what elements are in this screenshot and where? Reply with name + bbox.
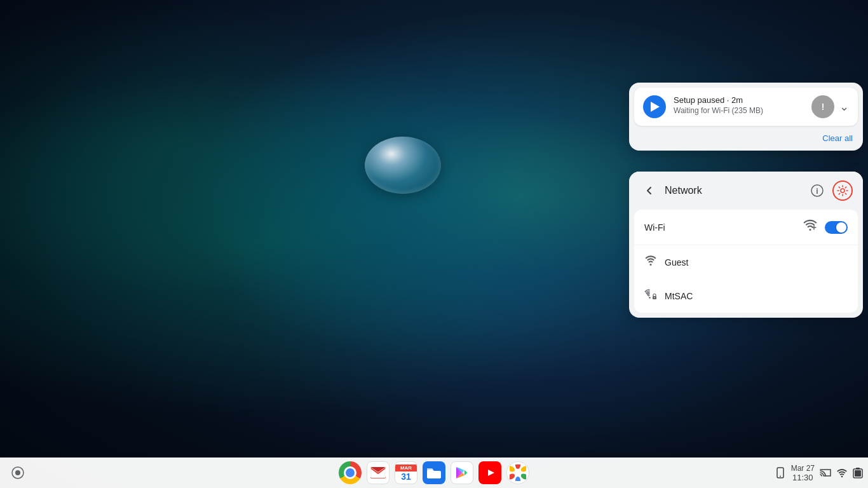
svg-marker-0 (651, 102, 660, 112)
notif-content: Setup paused · 2m Waiting for Wi-Fi (235… (674, 95, 804, 115)
calendar-icon: MAR 31 (395, 461, 417, 484)
wifi-toggle[interactable] (825, 221, 848, 234)
cast-icon[interactable] (820, 468, 831, 478)
wifi-add-icon[interactable] (803, 219, 817, 236)
taskbar-left (5, 460, 31, 485)
svg-point-20 (520, 473, 526, 481)
network-name-mtsac: MtSAC (665, 291, 848, 301)
gmail-app-button[interactable] (365, 460, 391, 485)
svg-point-10 (649, 297, 651, 299)
playstore-app-button[interactable] (449, 460, 475, 485)
network-header: Network i (629, 172, 863, 210)
svg-point-24 (515, 470, 520, 475)
svg-point-5 (841, 189, 844, 193)
svg-point-19 (520, 465, 526, 473)
notification-panel: Setup paused · 2m Waiting for Wi-Fi (235… (629, 83, 863, 151)
svg-point-21 (515, 477, 520, 481)
calendar-app-button[interactable]: MAR 31 (393, 460, 419, 485)
svg-point-6 (810, 229, 811, 231)
network-panel: Network i Wi-Fi (629, 172, 863, 318)
svg-point-13 (15, 470, 20, 475)
tray-date: Mar 27 (791, 464, 815, 473)
taskbar-right: Mar 27 11:30 (775, 464, 863, 482)
svg-point-9 (650, 264, 652, 266)
wifi-icon-guest (644, 254, 657, 270)
phone-icon[interactable] (775, 467, 786, 478)
svg-point-27 (841, 476, 843, 478)
svg-point-18 (515, 464, 520, 469)
network-back-button[interactable] (639, 180, 660, 201)
wifi-label: Wi-Fi (644, 222, 796, 233)
notif-expand-button[interactable]: ⌄ (839, 100, 849, 114)
clear-all-button[interactable]: Clear all (822, 133, 853, 143)
chrome-icon (339, 461, 362, 484)
wifi-tray-icon[interactable] (836, 468, 848, 478)
launcher-button[interactable] (5, 460, 31, 485)
notif-subtitle: Waiting for Wi-Fi (235 MB) (674, 106, 804, 115)
network-item-guest[interactable]: Guest (634, 245, 858, 279)
network-settings-button[interactable] (832, 180, 853, 201)
date-time-display[interactable]: Mar 27 11:30 (791, 464, 815, 482)
svg-text:i: i (816, 187, 818, 196)
svg-rect-29 (855, 470, 861, 477)
taskbar-center: MAR 31 (337, 460, 531, 485)
notification-card: Setup paused · 2m Waiting for Wi-Fi (235… (634, 88, 858, 126)
wifi-row: Wi-Fi (634, 210, 858, 245)
svg-point-22 (510, 473, 516, 481)
photos-app-button[interactable] (505, 460, 531, 485)
svg-text:!: ! (822, 102, 825, 112)
chrome-app-button[interactable] (337, 460, 363, 485)
notif-app-icon (643, 95, 666, 118)
svg-point-26 (780, 476, 781, 477)
battery-icon[interactable] (853, 467, 863, 478)
notif-actions: ! ⌄ (811, 95, 849, 118)
gmail-icon (367, 461, 390, 484)
taskbar: MAR 31 (0, 458, 868, 488)
youtube-app-button[interactable] (477, 460, 503, 485)
svg-point-23 (510, 465, 516, 473)
network-body: Wi-Fi (634, 210, 858, 313)
svg-point-12 (654, 297, 655, 299)
notif-title: Setup paused · 2m (674, 95, 804, 105)
files-icon (423, 461, 445, 484)
network-title: Network (665, 185, 802, 196)
network-item-mtsac[interactable]: MtSAC (634, 279, 858, 313)
water-drop (365, 137, 441, 194)
tray-time: 11:30 (792, 473, 813, 482)
svg-rect-30 (856, 468, 860, 470)
notif-avatar: ! (811, 95, 834, 118)
network-name-guest: Guest (665, 257, 848, 268)
desktop: Setup paused · 2m Waiting for Wi-Fi (235… (0, 0, 868, 488)
clear-all-row: Clear all (629, 131, 863, 151)
files-app-button[interactable] (421, 460, 447, 485)
youtube-icon (478, 461, 501, 484)
photos-icon (506, 461, 529, 484)
playstore-icon (451, 461, 473, 484)
network-info-button[interactable]: i (807, 180, 827, 201)
wifi-icon-mtsac (644, 288, 657, 304)
